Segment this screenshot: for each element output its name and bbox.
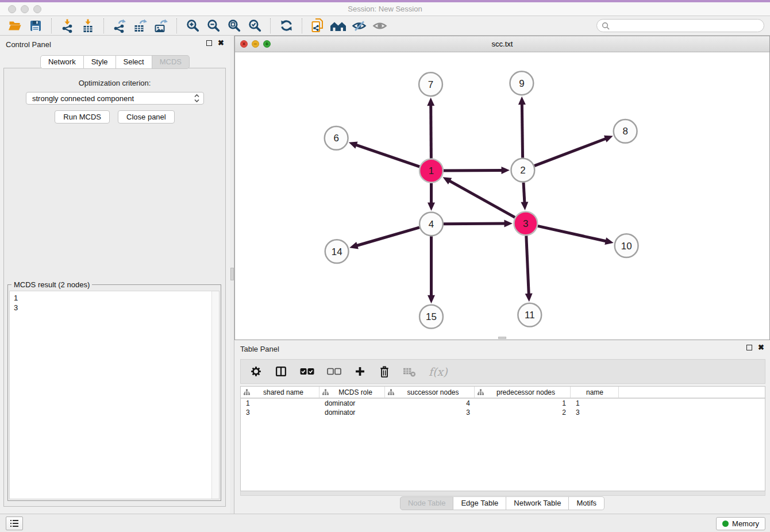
float-table-panel-icon[interactable] (746, 345, 752, 350)
network-resize-handle[interactable] (498, 337, 506, 339)
export-table-button[interactable] (132, 18, 149, 34)
graph-node-11[interactable]: 11 (518, 303, 541, 327)
zoom-in-button[interactable] (184, 18, 201, 34)
cell-successor-nodes[interactable]: 3 (385, 408, 475, 417)
graph-node-7[interactable]: 7 (419, 72, 442, 96)
tab-network-table[interactable]: Network Table (506, 496, 569, 510)
table-toolbar: f(x) (240, 359, 765, 384)
search-input[interactable] (613, 21, 759, 31)
memory-button[interactable]: Memory (716, 517, 765, 530)
cell-shared-name[interactable]: 1 (241, 399, 319, 408)
add-column-button[interactable] (354, 365, 366, 377)
criterion-select[interactable]: strongly connected component (26, 92, 204, 105)
cell-shared-name[interactable]: 3 (241, 408, 319, 417)
result-scrollbar[interactable] (211, 291, 219, 499)
deselect-all-button[interactable] (327, 368, 341, 375)
tab-node-table[interactable]: Node Table (400, 496, 454, 510)
tab-style[interactable]: Style (84, 55, 116, 69)
search-box[interactable] (596, 19, 764, 32)
show-columns-button[interactable] (275, 365, 287, 377)
tab-select[interactable]: Select (116, 55, 152, 69)
select-all-button[interactable] (300, 368, 314, 375)
graph-node-3[interactable]: 3 (514, 211, 537, 235)
clone-network-button[interactable] (309, 18, 326, 34)
zoom-selected-button[interactable] (246, 18, 263, 34)
first-neighbors-button[interactable] (330, 18, 347, 34)
graph-edge-3-10[interactable] (538, 226, 607, 241)
close-panel-button[interactable]: Close panel (118, 110, 175, 124)
close-table-panel-icon[interactable]: ✖ (758, 345, 764, 350)
export-network-button[interactable] (111, 18, 128, 34)
panel-splitter[interactable] (230, 36, 234, 514)
column-header-MCDS-role[interactable]: MCDS role (319, 387, 385, 398)
tab-network[interactable]: Network (40, 55, 84, 69)
tab-mcds[interactable]: MCDS (152, 55, 190, 69)
open-session-button[interactable] (6, 18, 24, 34)
memory-status-icon (722, 521, 729, 527)
cell-successor-nodes[interactable]: 4 (385, 399, 475, 408)
graph-edge-3-11[interactable] (526, 236, 529, 295)
toolbar-separator (103, 18, 104, 33)
network-canvas[interactable]: 7968124314101511 (235, 52, 769, 340)
cell-name[interactable]: 3 (571, 408, 619, 417)
import-network-button[interactable] (59, 18, 76, 34)
task-history-button[interactable] (6, 516, 23, 530)
graph-node-14[interactable]: 14 (325, 240, 349, 263)
run-mcds-button[interactable]: Run MCDS (55, 110, 110, 124)
cell-predecessor-nodes[interactable]: 1 (475, 399, 571, 408)
graph-edge-1-7[interactable] (431, 105, 432, 159)
column-header-shared-name[interactable]: shared name (241, 387, 319, 398)
export-image-button[interactable] (152, 18, 170, 34)
hide-selected-button[interactable] (351, 18, 368, 34)
refresh-view-button[interactable] (278, 18, 295, 34)
float-panel-icon[interactable] (206, 40, 212, 46)
column-header-predecessor-nodes[interactable]: predecessor nodes (475, 387, 571, 398)
graph-edge-1-2[interactable] (444, 170, 503, 171)
save-disk-icon (29, 19, 43, 33)
graph-node-1[interactable]: 1 (419, 159, 443, 183)
column-header-successor-nodes[interactable]: successor nodes (385, 387, 475, 398)
graph-node-10[interactable]: 10 (615, 234, 638, 257)
tab-motifs[interactable]: Motifs (569, 496, 605, 510)
table-hscroll[interactable] (240, 491, 765, 496)
edge-arrowhead (349, 242, 359, 249)
graph-edge-3-1[interactable] (449, 180, 515, 217)
column-type-icon (478, 389, 484, 395)
node-label: 10 (621, 241, 632, 252)
graph-node-15[interactable]: 15 (419, 305, 443, 329)
mcds-panel-body: Optimization criterion: strongly connect… (3, 68, 226, 507)
cell-name[interactable]: 1 (571, 399, 619, 408)
delete-column-button[interactable] (379, 365, 390, 378)
show-all-button[interactable] (371, 18, 388, 34)
cell-predecessor-nodes[interactable]: 2 (475, 408, 571, 417)
splitter-handle[interactable] (230, 268, 234, 280)
column-header-name[interactable]: name (571, 387, 619, 398)
graph-edge-4-14[interactable] (356, 228, 419, 246)
zoom-out-button[interactable] (205, 18, 222, 34)
graph-edge-1-6[interactable] (356, 145, 420, 167)
tab-edge-table[interactable]: Edge Table (453, 496, 506, 510)
close-panel-icon[interactable]: ✖ (218, 40, 224, 46)
graph-node-8[interactable]: 8 (614, 119, 637, 143)
graph-node-2[interactable]: 2 (511, 159, 534, 182)
cell-MCDS-role[interactable]: dominator (319, 408, 385, 417)
graph-edge-2-3[interactable] (523, 183, 525, 203)
graph-node-4[interactable]: 4 (419, 212, 443, 236)
table-row[interactable]: 3dominator323 (241, 408, 765, 417)
graph-node-9[interactable]: 9 (510, 71, 533, 95)
titlebar: Session: New Session (0, 2, 770, 16)
import-table-button[interactable] (79, 18, 97, 34)
network-window-titlebar[interactable]: × − + scc.txt (235, 36, 769, 52)
mcds-result-area[interactable]: 13 (9, 291, 220, 499)
save-session-button[interactable] (27, 18, 44, 34)
table-row[interactable]: 1dominator411 (241, 399, 765, 408)
table-settings-button[interactable] (250, 365, 262, 377)
cell-MCDS-role[interactable]: dominator (319, 399, 385, 408)
graph-edge-2-9[interactable] (522, 103, 522, 158)
zoom-fit-button[interactable] (225, 18, 242, 34)
table-panel-title: Table Panel (240, 345, 279, 353)
graph-edge-4-3[interactable] (444, 223, 506, 224)
graph-node-6[interactable]: 6 (325, 126, 348, 150)
graph-edge-2-8[interactable] (534, 138, 606, 166)
node-label: 8 (622, 126, 627, 137)
